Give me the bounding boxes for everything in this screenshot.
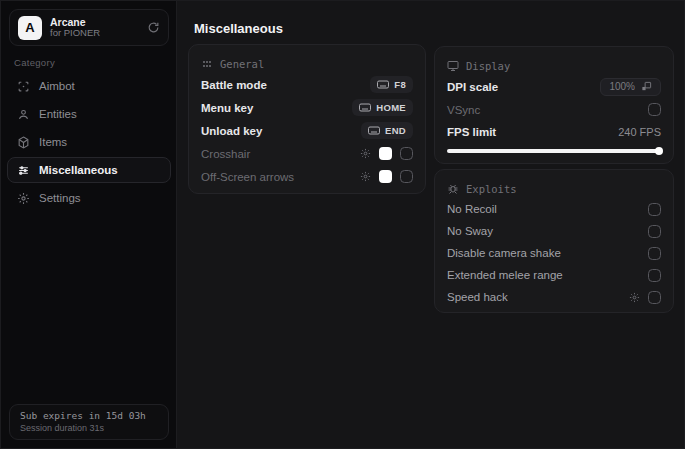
- sidebar-item-label: Entities: [39, 108, 77, 120]
- no-sway-label: No Sway: [447, 225, 493, 237]
- unload-key-label: Unload key: [201, 125, 262, 137]
- no-sway-checkbox[interactable]: [648, 225, 661, 238]
- gear-icon[interactable]: [360, 148, 371, 159]
- dpi-scale-row: DPI scale 100%: [447, 75, 661, 98]
- unload-key-row: Unload key END: [201, 119, 413, 142]
- gear-icon[interactable]: [360, 171, 371, 182]
- display-card-header: Display: [447, 57, 661, 75]
- extended-melee-range-label: Extended melee range: [447, 269, 563, 281]
- disable-camera-shake-checkbox[interactable]: [648, 247, 661, 260]
- battle-mode-row: Battle mode F8: [201, 73, 413, 96]
- crosshair-label: Crosshair: [201, 148, 250, 160]
- menu-key-keybind[interactable]: HOME: [352, 99, 413, 116]
- crosshair-row: Crosshair: [201, 142, 413, 165]
- speed-hack-row: Speed hack: [447, 286, 661, 308]
- monitor-icon: [447, 60, 459, 72]
- battle-mode-label: Battle mode: [201, 79, 267, 91]
- general-header-label: General: [220, 58, 264, 70]
- sidebar-item-aimbot[interactable]: Aimbot: [7, 73, 171, 99]
- session-duration-text: Session duration 31s: [20, 423, 158, 433]
- dpi-scale-select[interactable]: 100%: [600, 78, 661, 96]
- sidebar-item-label: Settings: [39, 192, 81, 204]
- sidebar-item-miscellaneous[interactable]: Miscellaneous: [7, 157, 171, 183]
- bug-icon: [447, 183, 459, 195]
- category-label: Category: [14, 57, 55, 68]
- keyboard-icon: [377, 80, 389, 89]
- speed-hack-label: Speed hack: [447, 291, 508, 303]
- offscreen-arrows-color-swatch[interactable]: [379, 170, 392, 183]
- person-icon: [17, 108, 30, 121]
- sidebar-nav: Aimbot Entities Items: [7, 73, 171, 213]
- sidebar-item-label: Miscellaneous: [39, 164, 118, 176]
- fps-limit-value: 240 FPS: [618, 126, 661, 138]
- dpi-scale-label: DPI scale: [447, 81, 498, 93]
- app-title-block: Arcane for PIONER: [50, 16, 147, 39]
- sync-icon[interactable]: [147, 21, 160, 34]
- no-sway-row: No Sway: [447, 220, 661, 242]
- crosshair-color-swatch[interactable]: [379, 147, 392, 160]
- gear-icon[interactable]: [629, 292, 640, 303]
- sub-expiry-text: Sub expires in 15d 03h: [20, 410, 158, 421]
- app-window: A Arcane for PIONER Category A: [0, 0, 685, 449]
- general-card-header: General: [201, 55, 413, 73]
- exploits-header-label: Exploits: [466, 183, 517, 195]
- no-recoil-checkbox[interactable]: [648, 203, 661, 216]
- menu-key-row: Menu key HOME: [201, 96, 413, 119]
- grid-dots-icon: [201, 58, 213, 70]
- slider-knob[interactable]: [655, 147, 663, 155]
- sidebar-item-entities[interactable]: Entities: [7, 101, 171, 127]
- sidebar-item-settings[interactable]: Settings: [7, 185, 171, 211]
- sidebar: A Arcane for PIONER Category A: [1, 1, 177, 448]
- keyboard-icon: [368, 126, 380, 135]
- page-title: Miscellaneous: [194, 21, 283, 36]
- unload-key-keybind[interactable]: END: [361, 122, 413, 139]
- display-card: Display DPI scale 100% VSync: [434, 46, 674, 164]
- sidebar-item-label: Aimbot: [39, 80, 75, 92]
- extended-melee-range-checkbox[interactable]: [648, 269, 661, 282]
- fps-limit-row: FPS limit 240 FPS: [447, 121, 661, 143]
- speed-hack-checkbox[interactable]: [648, 291, 661, 304]
- vsync-row: VSync: [447, 98, 661, 121]
- scale-icon: [641, 81, 652, 92]
- keyboard-icon: [359, 103, 371, 112]
- gear-icon: [17, 192, 30, 205]
- crosshair-checkbox[interactable]: [400, 147, 413, 160]
- disable-camera-shake-row: Disable camera shake: [447, 242, 661, 264]
- offscreen-arrows-row: Off-Screen arrows: [201, 165, 413, 188]
- vsync-label: VSync: [447, 104, 480, 116]
- no-recoil-label: No Recoil: [447, 203, 497, 215]
- crosshair-icon: [17, 80, 30, 93]
- extended-melee-range-row: Extended melee range: [447, 264, 661, 286]
- display-header-label: Display: [466, 60, 510, 72]
- no-recoil-row: No Recoil: [447, 198, 661, 220]
- app-subtitle: for PIONER: [50, 28, 147, 39]
- fps-limit-slider[interactable]: [447, 145, 661, 157]
- vsync-checkbox[interactable]: [648, 103, 661, 116]
- subscription-card: Sub expires in 15d 03h Session duration …: [9, 404, 169, 440]
- main-panel: Miscellaneous General Battle mode: [178, 1, 684, 448]
- offscreen-arrows-label: Off-Screen arrows: [201, 171, 294, 183]
- offscreen-arrows-checkbox[interactable]: [400, 170, 413, 183]
- exploits-card: Exploits No Recoil No Sway Disable camer…: [434, 169, 674, 313]
- sliders-icon: [17, 164, 30, 177]
- exploits-card-header: Exploits: [447, 180, 661, 198]
- battle-mode-keybind[interactable]: F8: [370, 76, 413, 93]
- cube-icon: [17, 136, 30, 149]
- app-header-card: A Arcane for PIONER: [9, 9, 169, 46]
- menu-key-label: Menu key: [201, 102, 253, 114]
- disable-camera-shake-label: Disable camera shake: [447, 247, 561, 259]
- app-logo: A: [18, 16, 42, 40]
- sidebar-item-label: Items: [39, 136, 67, 148]
- sidebar-item-items[interactable]: Items: [7, 129, 171, 155]
- general-card: General Battle mode F8 Menu key: [188, 44, 426, 194]
- fps-limit-label: FPS limit: [447, 126, 496, 138]
